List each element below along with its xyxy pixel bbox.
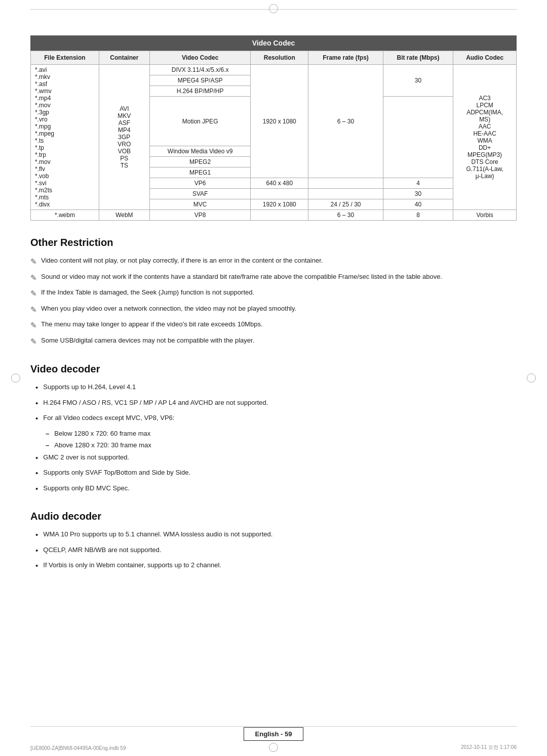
codec-svaf: SVAF <box>149 189 250 199</box>
col-header-codec: Video Codec <box>149 51 250 65</box>
note-icon: ✎ <box>30 304 37 316</box>
note-icon: ✎ <box>30 272 37 284</box>
note-icon: ✎ <box>30 320 37 331</box>
note-text: The menu may take longer to appear if th… <box>41 319 263 329</box>
other-restriction-title: Other Restriction <box>30 237 517 248</box>
page-number: English - 59 <box>244 727 304 741</box>
right-binding-circle <box>527 373 536 383</box>
other-restriction-list: ✎ Video content will not play, or not pl… <box>30 256 517 347</box>
list-item: ✎ Sound or video may not work if the con… <box>30 272 517 284</box>
list-item: • GMC 2 over is not supported. <box>35 452 517 464</box>
bullet-text: WMA 10 Pro supports up to 5.1 channel. W… <box>43 529 272 539</box>
table-row: *.avi*.mkv*.asf*.wmv*.mp4*.mov*.3gp*.vro… <box>31 65 517 75</box>
list-item: • QCELP, AMR NB/WB are not supported. <box>35 545 517 557</box>
video-decoder-title: Video decoder <box>30 363 517 375</box>
video-decoder-sub-list: – Below 1280 x 720: 60 frame max – Above… <box>35 429 517 450</box>
bitrate-vp6: 4 <box>383 178 453 189</box>
codec-mpeg4: MPEG4 SP/ASP <box>149 75 250 86</box>
file-extensions: *.avi*.mkv*.asf*.wmv*.mp4*.mov*.3gp*.vro… <box>31 65 99 210</box>
bullet-icon: • <box>35 452 38 464</box>
bullet-text: For all Video codecs except MVC, VP8, VP… <box>43 413 174 423</box>
framerate-svaf <box>308 189 383 199</box>
resolution-main: 1920 x 1080 <box>251 65 308 178</box>
codec-wmv9: Window Media Video v9 <box>149 146 250 157</box>
sub-dash-icon: – <box>46 440 49 450</box>
list-item: • Supports up to H.264, Level 4.1 <box>35 382 517 394</box>
top-decoration <box>269 4 278 13</box>
footer-right-text: 2012-10-11 오전 1:17:06 <box>461 744 517 751</box>
bitrate-mvc: 40 <box>383 199 453 210</box>
framerate-main: 6 – 30 <box>308 65 383 178</box>
note-text: When you play video over a network conne… <box>41 304 296 314</box>
bitrate-30-top: 30 <box>383 65 453 97</box>
codec-mpeg2: MPEG2 <box>149 157 250 167</box>
audio-codecs-main: AC3LPCMADPCM(IMA,MS)AACHE-AACWMADD+MPEG(… <box>453 65 517 210</box>
col-header-audiocodec: Audio Codec <box>453 51 517 65</box>
left-binding-circle <box>11 373 20 383</box>
col-header-bitrate: Bit rate (Mbps) <box>383 51 453 65</box>
audio-decoder-list: • WMA 10 Pro supports up to 5.1 channel.… <box>30 529 517 572</box>
footer-left-text: [UE8000-ZA]BN68-04495A-00Eng.indb 59 <box>30 745 126 751</box>
col-header-extension: File Extension <box>31 51 99 65</box>
col-header-container: Container <box>99 51 149 65</box>
resolution-mvc: 1920 x 1080 <box>251 199 308 210</box>
bullet-text: Supports up to H.264, Level 4.1 <box>43 382 136 392</box>
other-restriction-section: Other Restriction ✎ Video content will n… <box>30 237 517 347</box>
bullet-text: If Vorbis is only in Webm container, sup… <box>43 560 221 570</box>
bullet-icon: • <box>35 468 38 479</box>
bullet-text: GMC 2 over is not supported. <box>43 452 129 463</box>
note-text: If the Index Table is damaged, the Seek … <box>41 287 254 298</box>
list-item: • If Vorbis is only in Webm container, s… <box>35 560 517 572</box>
list-item: • For all Video codecs except MVC, VP8, … <box>35 413 517 425</box>
table-title: Video Codec <box>30 35 517 51</box>
framerate-mvc: 24 / 25 / 30 <box>308 199 383 210</box>
note-icon: ✎ <box>30 336 37 348</box>
col-header-resolution: Resolution <box>251 51 308 65</box>
codec-motionjpeg: Motion JPEG <box>149 97 250 146</box>
bullet-text: Supports only BD MVC Spec. <box>43 483 130 493</box>
list-item: ✎ If the Index Table is damaged, the See… <box>30 287 517 300</box>
framerate-vp6 <box>308 178 383 189</box>
bullet-icon: • <box>35 560 38 572</box>
note-text: Video content will not play, or not play… <box>41 256 323 266</box>
bullet-icon: • <box>35 398 38 409</box>
bullet-icon: • <box>35 529 38 541</box>
sub-dash-icon: – <box>46 429 49 439</box>
list-item: • H.264 FMO / ASO / RS, VC1 SP / MP / AP… <box>35 398 517 409</box>
bullet-text: H.264 FMO / ASO / RS, VC1 SP / MP / AP L… <box>43 398 268 408</box>
bottom-decoration <box>269 743 278 752</box>
list-item: ✎ When you play video over a network con… <box>30 304 517 316</box>
sub-text: Above 1280 x 720: 30 frame max <box>54 440 151 450</box>
resolution-vp6: 640 x 480 <box>251 178 308 189</box>
video-codec-section: Video Codec File Extension Container Vid… <box>30 35 517 221</box>
resolution-webm <box>251 210 308 221</box>
list-item: ✎ Video content will not play, or not pl… <box>30 256 517 268</box>
bottom-line <box>30 726 517 727</box>
bitrate-none-mid <box>383 97 453 178</box>
codec-table: File Extension Container Video Codec Res… <box>30 51 517 221</box>
codec-mvc: MVC <box>149 199 250 210</box>
codec-vp8: VP8 <box>149 210 250 221</box>
note-text: Sound or video may not work if the conte… <box>41 272 442 282</box>
note-text: Some USB/digital camera devices may not … <box>41 335 254 346</box>
bitrate-svaf: 30 <box>383 189 453 199</box>
audio-decoder-title: Audio decoder <box>30 511 517 522</box>
note-icon: ✎ <box>30 288 37 300</box>
container-list: AVIMKVASFMP43GPVROVOBPSTS <box>99 65 149 210</box>
sub-list-item: – Below 1280 x 720: 60 frame max <box>46 429 517 439</box>
audio-webm: Vorbis <box>453 210 517 221</box>
list-item: ✎ Some USB/digital camera devices may no… <box>30 335 517 348</box>
top-line <box>30 9 517 10</box>
note-icon: ✎ <box>30 256 37 268</box>
video-decoder-section: Video decoder • Supports up to H.264, Le… <box>30 363 517 494</box>
list-item: • Supports only BD MVC Spec. <box>35 483 517 495</box>
codec-h264: H.264 BP/MP/HP <box>149 86 250 97</box>
list-item: • Supports only SVAF Top/Bottom and Side… <box>35 468 517 479</box>
bullet-icon: • <box>35 545 38 557</box>
bullet-icon: • <box>35 413 38 425</box>
sub-list-item: – Above 1280 x 720: 30 frame max <box>46 440 517 450</box>
audio-decoder-section: Audio decoder • WMA 10 Pro supports up t… <box>30 511 517 572</box>
bullet-icon: • <box>35 382 38 394</box>
list-item: • WMA 10 Pro supports up to 5.1 channel.… <box>35 529 517 541</box>
ext-webm: *.webm <box>31 210 99 221</box>
